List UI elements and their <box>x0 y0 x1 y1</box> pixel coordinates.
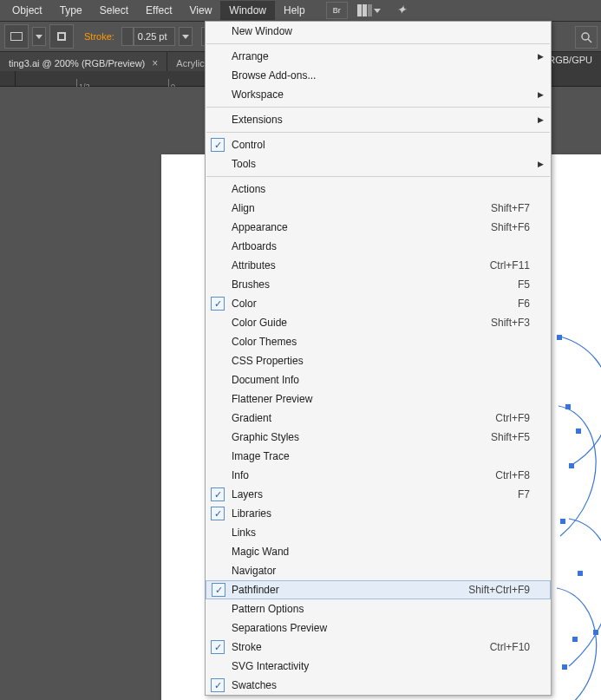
menu-item-separations-preview[interactable]: Separations Preview <box>206 618 551 638</box>
menu-item-control[interactable]: ✓Control <box>206 135 551 154</box>
menu-item-arrange[interactable]: Arrange▶ <box>206 47 551 66</box>
panels-icon[interactable] <box>351 2 387 19</box>
menu-item-align[interactable]: AlignShift+F7 <box>206 199 551 218</box>
menu-item-label: Swatches <box>232 679 530 691</box>
menu-item-new-window[interactable]: New Window <box>206 22 551 41</box>
menu-item-label: Brushes <box>232 278 518 291</box>
menu-item-gradient[interactable]: GradientCtrl+F9 <box>206 409 551 428</box>
menu-item-color-themes[interactable]: Color Themes <box>206 332 551 351</box>
stroke-label: Stroke: <box>84 31 114 42</box>
menu-item-color[interactable]: ✓ColorF6 <box>206 294 551 313</box>
menu-item-libraries[interactable]: ✓Libraries <box>206 504 551 523</box>
menu-select[interactable]: Select <box>91 1 137 20</box>
menu-item-pattern-options[interactable]: Pattern Options <box>206 599 551 618</box>
launch-icon[interactable]: ✦ <box>390 2 415 19</box>
menu-item-workspace[interactable]: Workspace▶ <box>206 85 551 104</box>
menu-item-label: SVG Interactivity <box>232 660 530 672</box>
close-icon[interactable]: × <box>152 57 158 69</box>
menu-item-tools[interactable]: Tools▶ <box>206 154 551 173</box>
shape-dropdown[interactable] <box>32 27 46 46</box>
check-icon: ✓ <box>211 487 225 501</box>
menu-item-color-guide[interactable]: Color GuideShift+F3 <box>206 313 551 332</box>
menu-item-label: Layers <box>232 488 518 500</box>
menu-item-label: New Window <box>232 25 530 37</box>
menu-item-label: Navigator <box>232 565 530 577</box>
check-icon: ✓ <box>211 297 225 311</box>
search-tool-icon[interactable] <box>575 26 598 49</box>
stepper-arrows-icon[interactable] <box>121 27 134 46</box>
ruler-origin[interactable] <box>0 71 16 87</box>
menu-item-artboards[interactable]: Artboards <box>206 237 551 256</box>
submenu-arrow-icon: ▶ <box>538 115 544 124</box>
menu-window[interactable]: Window <box>220 1 275 20</box>
menu-item-label: CSS Properties <box>232 355 530 367</box>
tab-title: ting3.ai @ 200% (RGB/Preview) <box>9 58 145 69</box>
tab-title: Acrylic <box>176 58 204 69</box>
stroke-weight-value[interactable]: 0.25 pt <box>134 27 175 46</box>
menubar: Object Type Select Effect View Window He… <box>0 0 601 21</box>
menu-type[interactable]: Type <box>51 1 91 20</box>
menu-item-brushes[interactable]: BrushesF5 <box>206 275 551 294</box>
menu-item-svg-interactivity[interactable]: SVG Interactivity <box>206 657 551 676</box>
check-icon: ✓ <box>211 640 225 654</box>
menu-item-magic-wand[interactable]: Magic Wand <box>206 542 551 561</box>
menu-object[interactable]: Object <box>3 1 51 20</box>
menu-item-label: Info <box>232 469 495 481</box>
bridge-icon[interactable]: Br <box>326 2 348 19</box>
menu-item-swatches[interactable]: ✓Swatches <box>206 676 551 695</box>
stroke-weight-stepper[interactable]: 0.25 pt <box>121 27 175 46</box>
menu-item-label: Workspace <box>232 88 530 101</box>
menu-item-label: Libraries <box>232 507 530 520</box>
window-menu: New WindowArrange▶Browse Add-ons...Works… <box>205 21 552 696</box>
menu-item-document-info[interactable]: Document Info <box>206 370 551 389</box>
menu-item-label: Gradient <box>232 412 495 424</box>
menu-item-label: Color Guide <box>232 317 491 329</box>
menu-item-shortcut: Shift+F6 <box>491 221 530 233</box>
menu-item-label: Control <box>232 139 530 151</box>
menu-item-browse-add-ons[interactable]: Browse Add-ons... <box>206 66 551 85</box>
menu-item-shortcut: Shift+F3 <box>491 317 530 329</box>
stroke-weight-dropdown[interactable] <box>179 27 193 46</box>
menu-item-shortcut: Shift+Ctrl+F9 <box>468 584 530 596</box>
check-icon: ✓ <box>211 507 225 520</box>
menu-item-label: Extensions <box>232 114 530 126</box>
menu-item-css-properties[interactable]: CSS Properties <box>206 351 551 370</box>
menu-item-extensions[interactable]: Extensions▶ <box>206 110 551 129</box>
menu-item-pathfinder[interactable]: ✓PathfinderShift+Ctrl+F9 <box>206 580 551 599</box>
rectangle-tool-icon[interactable] <box>4 24 29 49</box>
menu-item-appearance[interactable]: AppearanceShift+F6 <box>206 218 551 237</box>
menu-item-navigator[interactable]: Navigator <box>206 561 551 580</box>
menu-item-actions[interactable]: Actions <box>206 180 551 199</box>
menu-item-label: Actions <box>232 183 530 195</box>
check-icon: ✓ <box>211 138 225 152</box>
menu-separator <box>206 107 550 108</box>
menu-item-links[interactable]: Links <box>206 523 551 542</box>
menu-item-label: Attributes <box>232 259 490 271</box>
menu-effect[interactable]: Effect <box>137 1 180 20</box>
menu-item-flattener-preview[interactable]: Flattener Preview <box>206 389 551 409</box>
menu-help[interactable]: Help <box>275 1 314 20</box>
menu-item-label: Appearance <box>232 221 491 233</box>
svg-point-0 <box>582 33 589 40</box>
menu-item-label: Arrange <box>232 50 530 62</box>
menu-item-image-trace[interactable]: Image Trace <box>206 447 551 466</box>
document-tab-1[interactable]: ting3.ai @ 200% (RGB/Preview) × <box>0 52 167 71</box>
menu-item-shortcut: Ctrl+F11 <box>490 259 530 271</box>
menu-item-label: Flattener Preview <box>232 393 530 405</box>
menu-item-attributes[interactable]: AttributesCtrl+F11 <box>206 256 551 275</box>
menu-item-label: Artboards <box>232 240 530 252</box>
menu-item-stroke[interactable]: ✓StrokeCtrl+F10 <box>206 638 551 657</box>
submenu-arrow-icon: ▶ <box>538 160 544 168</box>
menu-item-label: Image Trace <box>232 450 530 462</box>
menu-item-shortcut: Ctrl+F8 <box>495 469 530 481</box>
menu-view[interactable]: View <box>181 1 221 20</box>
fill-swatch-icon[interactable] <box>49 24 74 49</box>
menu-separator <box>206 132 550 133</box>
menu-separator <box>206 176 550 177</box>
menu-item-label: Pathfinder <box>232 584 468 596</box>
menu-item-graphic-styles[interactable]: Graphic StylesShift+F5 <box>206 428 551 447</box>
menu-item-label: Links <box>232 527 530 539</box>
menu-item-layers[interactable]: ✓LayersF7 <box>206 485 551 504</box>
menu-item-info[interactable]: InfoCtrl+F8 <box>206 466 551 485</box>
check-icon: ✓ <box>212 583 225 597</box>
